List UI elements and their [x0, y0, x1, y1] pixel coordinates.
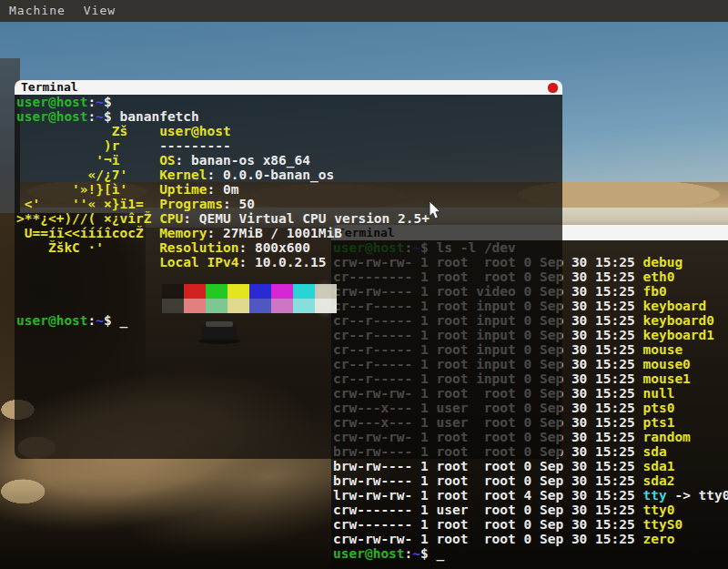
terminal-text-segment: zero	[642, 532, 674, 546]
terminal-text-segment: pts0	[642, 401, 674, 415]
terminal-text-segment: keyboard1	[642, 328, 714, 342]
palette-swatch	[249, 284, 271, 299]
terminal-line: crw------- 1 user root 0 Sep 30 15:25 tt…	[331, 503, 728, 517]
terminal-line: )r ---------	[15, 138, 562, 153]
mouse-cursor-icon	[429, 200, 443, 220]
palette-swatch	[206, 299, 228, 313]
terminal-text-segment: $	[104, 95, 119, 109]
terminal-1-titlebar[interactable]: Terminal	[15, 80, 562, 95]
terminal-line: >**¿<+)//( ×¿vîrŽ CPU: QEMU Virtual CPU …	[15, 211, 562, 226]
terminal-text-segment: user@host	[333, 546, 405, 561]
terminal-text-segment: Uptime	[159, 182, 207, 197]
palette-swatch	[293, 284, 315, 299]
menu-item-view[interactable]: View	[84, 0, 116, 22]
terminal-text-segment: ---------	[159, 138, 231, 153]
terminal-line: U==íï<<íííîcocŽ Memory: 27MiB / 1001MiB	[15, 226, 562, 240]
terminal-text-segment: brw-rw---- 1 root root 0 Sep 30 15:25	[333, 459, 642, 473]
terminal-text-segment: lrw-rw-rw- 1 root root 4 Sep 30 15:25	[333, 488, 642, 503]
terminal-text-segment: : banan-os x86_64	[176, 153, 310, 168]
terminal-text-segment: fb0	[642, 284, 666, 299]
palette-swatch	[249, 299, 271, 313]
terminal-text-segment: <' ''« ×}ï1=	[16, 197, 159, 211]
terminal-text-segment: : 800x600	[238, 240, 310, 255]
terminal-text-segment: Kernel	[159, 168, 207, 182]
palette-row	[15, 284, 562, 299]
terminal-text-segment: OS	[159, 153, 175, 168]
terminal-line: crw-rw-rw- 1 root root 0 Sep 30 15:25 ze…	[331, 532, 728, 546]
terminal-text-segment: tty0	[642, 503, 674, 517]
terminal-line: <' ''« ×}ï1= Programs: 50	[15, 197, 562, 211]
palette-swatch	[162, 284, 184, 299]
terminal-text-segment: sda	[642, 444, 666, 459]
terminal-1-content[interactable]: user@host:~$ user@host:~$ bananfetch Zš …	[15, 95, 562, 459]
palette-swatch	[271, 284, 293, 299]
terminal-text-segment: null	[642, 386, 674, 401]
terminal-text-segment: : 10.0.2.15	[238, 255, 326, 269]
terminal-text-segment: brw-rw---- 1 root root 0 Sep 30 15:25	[333, 473, 642, 488]
terminal-text-segment: ~	[96, 313, 104, 328]
terminal-text-segment: >**¿<+)//( ×¿vîrŽ	[16, 211, 159, 226]
terminal-text-segment: '¬ï	[16, 153, 159, 168]
palette-swatch	[228, 299, 249, 313]
terminal-line: «/¿7' Kernel: 0.0.0-banan_os	[15, 168, 562, 182]
terminal-line: lrw-rw-rw- 1 root root 4 Sep 30 15:25 tt…	[331, 488, 728, 503]
terminal-text-segment: eth0	[642, 269, 674, 284]
terminal-line: crw------- 1 root root 0 Sep 30 15:25 tt…	[331, 517, 728, 532]
terminal-text-segment	[16, 255, 159, 269]
terminal-text-segment: :	[88, 109, 96, 124]
terminal-line: ŽškC ·' Resolution: 800x600	[15, 240, 562, 255]
terminal-text-segment: :	[88, 95, 96, 109]
palette-swatch	[315, 284, 337, 299]
terminal-text-segment: Memory	[159, 226, 207, 240]
palette-swatch	[206, 284, 228, 299]
terminal-text-segment: :	[88, 313, 96, 328]
terminal-line: user@host:~$ _	[331, 546, 728, 561]
terminal-text-segment: : 0.0.0-banan_os	[207, 168, 335, 182]
terminal-text-segment: crw------- 1 root root 0 Sep 30 15:25	[333, 517, 642, 532]
terminal-text-segment: :	[405, 546, 413, 561]
terminal-text-segment: '»!}[ì'	[16, 182, 159, 197]
terminal-text-segment: mouse1	[642, 371, 690, 386]
terminal-text-segment: )r	[16, 138, 159, 153]
terminal-text-segment: CPU	[159, 211, 183, 226]
palette-swatch	[315, 299, 337, 313]
terminal-text-segment: _	[437, 546, 445, 561]
terminal-line: brw-rw---- 1 root root 0 Sep 30 15:25 sd…	[331, 473, 728, 488]
terminal-text-segment: ~	[96, 95, 104, 109]
terminal-text-segment: debug	[642, 255, 682, 269]
palette-swatch	[162, 299, 184, 313]
terminal-text-segment: crw------- 1 user root 0 Sep 30 15:25	[333, 503, 642, 517]
terminal-line: user@host:~$ bananfetch	[15, 109, 562, 124]
terminal-line	[15, 269, 562, 284]
terminal-window-1: Terminal user@host:~$ user@host:~$ banan…	[15, 80, 562, 459]
terminal-text-segment: «/¿7'	[16, 168, 159, 182]
terminal-text-segment: Zš	[16, 124, 159, 138]
terminal-line: user@host:~$	[15, 95, 562, 109]
terminal-text-segment: mouse0	[642, 357, 690, 371]
terminal-text-segment: Resolution	[159, 240, 238, 255]
palette-swatch	[228, 284, 249, 299]
terminal-text-segment: -> tty0	[667, 488, 728, 503]
terminal-line: Zš user@host	[15, 124, 562, 138]
terminal-text-segment: : 27MiB / 1001MiB	[207, 226, 342, 240]
terminal-line: brw-rw---- 1 root root 0 Sep 30 15:25 sd…	[331, 459, 728, 473]
terminal-text-segment: sda1	[642, 459, 674, 473]
terminal-text-segment: : 0m	[207, 182, 239, 197]
terminal-text-segment: ttyS0	[642, 517, 682, 532]
terminal-text-segment: user@host	[16, 95, 88, 109]
terminal-text-segment: random	[642, 430, 690, 444]
palette-swatch	[184, 299, 206, 313]
terminal-text-segment: U==íï<<íííîcocŽ	[16, 226, 159, 240]
terminal-text-segment: user@host	[16, 109, 88, 124]
terminal-text-segment: crw-rw-rw- 1 root root 0 Sep 30 15:25	[333, 532, 642, 546]
terminal-line: user@host:~$ _	[15, 313, 562, 328]
terminal-text-segment: : 50	[223, 197, 255, 211]
terminal-text-segment: ŽškC ·'	[16, 240, 159, 255]
terminal-text-segment: $	[104, 109, 119, 124]
close-button-icon[interactable]	[548, 83, 558, 93]
terminal-text-segment: bananfetch	[120, 109, 199, 124]
terminal-text-segment: user@host	[159, 124, 231, 138]
terminal-text-segment: : QEMU Virtual CPU version 2.5+	[183, 211, 430, 226]
menu-item-machine[interactable]: Machine	[9, 0, 66, 22]
terminal-line: Local IPv4: 10.0.2.15	[15, 255, 562, 269]
